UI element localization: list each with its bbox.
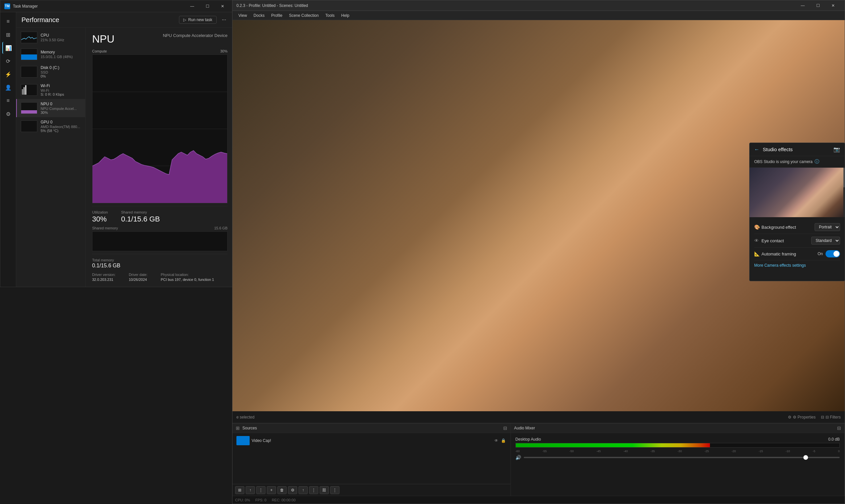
obs-menu-profile[interactable]: Profile xyxy=(268,11,286,20)
se-camera-notice: OBS Studio is using your camera ⓘ xyxy=(750,156,845,168)
npu-stats-row: Utilization 30% Shared memory 0.1/15.6 G… xyxy=(92,206,228,223)
shared-memory-label: Shared memory xyxy=(121,210,160,214)
sources-panel-more-icon[interactable]: ⊟ xyxy=(503,426,507,431)
audio-mute-btn[interactable]: 🔊 xyxy=(515,455,521,460)
device-sub-wifi: Wi-Fi xyxy=(41,88,81,92)
task-manager-minimize-btn[interactable]: — xyxy=(184,0,200,12)
obs-menu-help[interactable]: Help xyxy=(338,11,353,20)
task-manager-window-controls: — ☐ ✕ xyxy=(184,0,230,12)
audio-mixer-more-icon[interactable]: ⊟ xyxy=(837,426,841,431)
task-manager-maximize-btn[interactable]: ☐ xyxy=(200,0,215,12)
audio-meter-scale: -60-55-50-45-40-35-30-25-20-15-10-50 xyxy=(515,450,840,453)
device-val-npu: 30% xyxy=(41,111,81,114)
obs-panels: ⊞ Sources ⊟ Video Cap! 👁 🔒 xyxy=(232,424,845,496)
task-manager-body: ≡ ⊞ 📊 ⟳ ⚡ 👤 ≡ ⚙ Performance ▷ Run new ta… xyxy=(0,12,234,287)
ctrl-moveup-btn[interactable]: ↑ xyxy=(299,486,308,494)
sidebar-icon-startup[interactable]: ⚡ xyxy=(2,68,14,80)
device-info-disk: Disk 0 (C:) SSD 0% xyxy=(41,65,81,78)
obs-menu-docks[interactable]: Docks xyxy=(250,11,268,20)
eye-contact-dropdown[interactable]: Standard xyxy=(811,237,840,245)
sidebar-icon-menu[interactable]: ≡ xyxy=(2,16,14,28)
stat-utilization: Utilization 30% xyxy=(92,210,108,223)
driver-date-col: Driver date: 10/26/2024 xyxy=(129,273,147,282)
npu-compute-label: Compute xyxy=(92,49,107,53)
background-effect-icon: 🎨 xyxy=(754,224,761,230)
source-name-videocap: Video Cap! xyxy=(252,438,492,443)
task-manager-close-btn[interactable]: ✕ xyxy=(215,0,230,12)
sidebar-icon-performance[interactable]: 📊 xyxy=(2,42,14,54)
obs-menu-tools[interactable]: Tools xyxy=(322,11,338,20)
ctrl-add-btn[interactable]: + xyxy=(267,486,276,494)
total-memory-row: Total memory 0.1/15.6 GB xyxy=(92,254,228,269)
background-effect-dropdown[interactable]: Portrait xyxy=(815,223,840,231)
obs-maximize-btn[interactable]: ☐ xyxy=(810,0,826,12)
sidebar-icon-history[interactable]: ⟳ xyxy=(2,55,14,67)
sidebar-icon-processes[interactable]: ⊞ xyxy=(2,29,14,41)
source-thumb-videocap xyxy=(236,436,250,445)
device-item-gpu[interactable]: GPU 0 AMD Radeon(TM) 880... 5% (58 °C) xyxy=(16,117,85,135)
obs-status-bar: CPU: 0% FPS: 0 REC: 00:00:00 xyxy=(232,496,845,504)
task-manager-title: Task Manager xyxy=(13,4,184,8)
device-item-wifi[interactable]: Wi-Fi Wi-Fi S: 0 R: 0 Kbps xyxy=(16,81,85,99)
device-item-memory[interactable]: Memory 15.0/31.1 GB (48%) xyxy=(16,46,85,63)
auto-framing-toggle[interactable] xyxy=(826,250,840,257)
driver-version-col: Driver version: 32.0.203.231 xyxy=(92,273,116,282)
audio-meter xyxy=(515,443,840,448)
npu-chart-container xyxy=(92,54,228,203)
properties-label: ⚙ Properties xyxy=(793,415,816,419)
utilization-label: Utilization xyxy=(92,210,108,214)
task-manager-content: Performance ▷ Run new task ··· xyxy=(16,12,234,287)
sources-panel-header: ⊞ Sources ⊟ xyxy=(232,424,511,433)
obs-titlebar: 0.2.3 - Profile: Untitled - Scenes: Unti… xyxy=(232,0,845,11)
more-options-button[interactable]: ··· xyxy=(219,16,229,24)
device-sub-gpu: AMD Radeon(TM) 880... xyxy=(41,125,81,129)
device-sub-disk: SSD xyxy=(41,70,81,74)
device-item-cpu[interactable]: CPU 21% 3.50 GHz xyxy=(16,29,85,46)
obs-bottom-panel: ⊞ Sources ⊟ Video Cap! 👁 🔒 xyxy=(232,423,845,496)
se-more-settings-link[interactable]: More Camera effects settings xyxy=(754,260,840,270)
device-item-disk[interactable]: Disk 0 (C:) SSD 0% xyxy=(16,63,85,81)
run-new-task-button[interactable]: ▷ Run new task xyxy=(179,16,217,24)
properties-gear-icon: ⚙ xyxy=(788,415,792,419)
obs-menu-view[interactable]: View xyxy=(235,11,250,20)
se-info-icon[interactable]: ⓘ xyxy=(815,159,819,165)
ctrl-settings-btn[interactable]: ⚙ xyxy=(288,486,297,494)
se-scroll-thumb xyxy=(843,168,845,187)
audio-fader[interactable] xyxy=(524,457,840,458)
obs-tab-filters[interactable]: ⊟ ⊟ Filters xyxy=(821,415,841,419)
sources-panel-add-icon[interactable]: ⊞ xyxy=(236,426,240,431)
se-back-button[interactable]: ← xyxy=(754,146,759,152)
shared-mem-bar-value: 15.6 GB xyxy=(214,226,228,230)
device-info-wifi: Wi-Fi Wi-Fi S: 0 R: 0 Kbps xyxy=(41,84,81,96)
ctrl-delete-btn[interactable]: 🗑 xyxy=(277,486,287,494)
se-camera-button[interactable]: 📷 xyxy=(833,146,840,152)
obs-tab-properties[interactable]: ⚙ ⚙ Properties xyxy=(788,415,816,419)
sidebar-icon-services[interactable]: ⚙ xyxy=(2,108,14,120)
sidebar-icon-users[interactable]: 👤 xyxy=(2,82,14,93)
ctrl-link-btn[interactable]: ⛓ xyxy=(320,486,329,494)
performance-split: CPU 21% 3.50 GHz Memory 15.0/31.1 GB (48… xyxy=(16,28,234,287)
source-eye-btn[interactable]: 👁 xyxy=(494,438,499,444)
source-lock-btn[interactable]: 🔒 xyxy=(500,438,507,444)
obs-minimize-btn[interactable]: — xyxy=(795,0,810,12)
ctrl-up-btn[interactable]: ↑ xyxy=(246,486,255,494)
ctrl-options-btn[interactable]: ⋮ xyxy=(309,486,318,494)
shared-mem-bar-label: Shared memory xyxy=(92,226,118,230)
obs-close-btn[interactable]: ✕ xyxy=(826,0,841,12)
ctrl-extra-btn[interactable]: ⋮ xyxy=(330,486,339,494)
npu-chart-section: Compute 30% xyxy=(92,49,228,203)
ctrl-scene-btn[interactable]: ⊞ xyxy=(235,486,244,494)
disk-mini-chart xyxy=(21,66,37,77)
device-sub-memory: 15.0/31.1 GB (48%) xyxy=(41,55,81,59)
obs-menu-scene-collection[interactable]: Scene Collection xyxy=(286,11,322,20)
sidebar-icon-details[interactable]: ≡ xyxy=(2,95,14,107)
device-sub-cpu: 21% 3.50 GHz xyxy=(41,38,81,42)
device-name-wifi: Wi-Fi xyxy=(41,84,81,88)
ctrl-more-btn[interactable]: ⋮ xyxy=(256,486,265,494)
source-item-videocap[interactable]: Video Cap! 👁 🔒 xyxy=(234,434,509,447)
performance-actions: ▷ Run new task ··· xyxy=(179,16,229,24)
npu-chart-label-row: Compute 30% xyxy=(92,49,228,53)
device-item-npu[interactable]: NPU 0 NPU Compute Accel... 30% xyxy=(16,99,85,117)
npu-detail-panel: NPU NPU Compute Accelerator Device Compu… xyxy=(86,28,234,287)
device-thumb-cpu xyxy=(21,32,37,43)
